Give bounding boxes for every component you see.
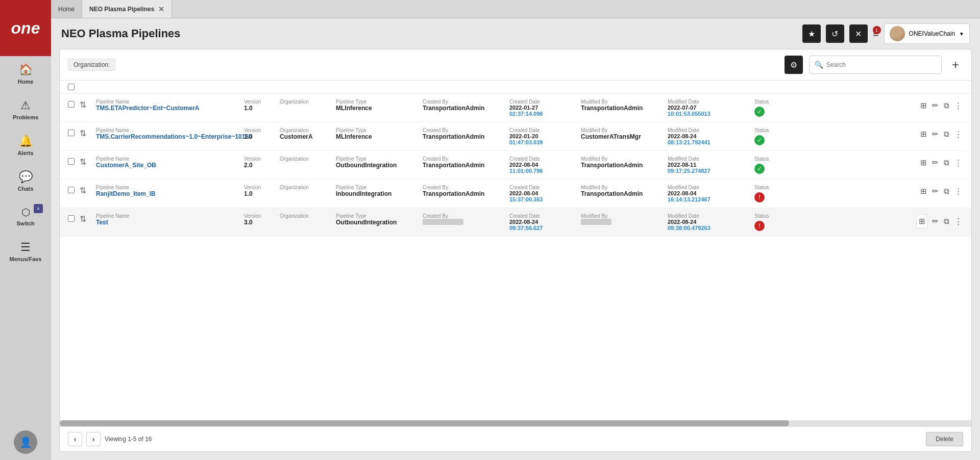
pipeline-icon-3: ⇅ — [80, 157, 91, 167]
tabs-bar: Home NEO Plasma Pipelines ✕ — [51, 0, 980, 18]
pipeline-action-btn-4[interactable]: ⊞ — [919, 186, 928, 197]
sidebar-user-avatar[interactable]: 👤 — [14, 430, 37, 454]
table-row: ⇅ Pipeline Name CustomerA_Site_OB Versio… — [60, 151, 971, 180]
sidebar-label-switch: Switch — [16, 220, 34, 226]
problems-icon: ⚠ — [20, 99, 31, 112]
content-footer: ‹ › Viewing 1-5 of 16 Delete — [60, 426, 971, 451]
edit-btn-1[interactable]: ✏ — [931, 100, 940, 111]
sidebar-item-alerts[interactable]: 🔔 Alerts — [0, 127, 51, 163]
user-dropdown[interactable]: ONEIValueChain ▼ — [884, 23, 970, 44]
select-all-checkbox[interactable] — [68, 84, 75, 90]
row-actions-2: ⊞ ✏ ⧉ ⋮ — [919, 129, 963, 140]
search-input[interactable] — [826, 61, 936, 68]
tab-home[interactable]: Home — [51, 0, 82, 18]
sidebar-label-chats: Chats — [18, 186, 34, 192]
row-checkbox-3[interactable] — [68, 158, 75, 165]
sidebar-item-home[interactable]: 🏠 Home — [0, 56, 51, 92]
copy-btn-5[interactable]: ⧉ — [943, 216, 950, 227]
pipeline-icon-2: ⇅ — [80, 129, 91, 138]
status-dot-5: ! — [754, 221, 765, 231]
delete-btn-4[interactable]: ⋮ — [953, 186, 963, 197]
page-header: NEO Plasma Pipelines ★ ↺ ✕ ≡ 1 ONEIValue… — [51, 18, 980, 49]
sidebar-item-switch[interactable]: ⬡ ≡ Switch — [0, 199, 51, 234]
menu-wrapper: ≡ 1 — [873, 28, 879, 40]
scrollbar-thumb[interactable] — [60, 420, 789, 426]
select-all-row — [60, 81, 971, 94]
row-checkbox-4[interactable] — [68, 187, 75, 193]
copy-btn-2[interactable]: ⧉ — [943, 129, 950, 140]
delete-btn-1[interactable]: ⋮ — [953, 100, 963, 111]
pipeline-table: ⇅ Pipeline Name TMS.ETAPredictor~Ent~Cus… — [60, 94, 971, 420]
horizontal-scrollbar[interactable] — [60, 420, 971, 426]
pipeline-name-2: TMS.CarrierRecommendations~1.0~Enterpris… — [96, 133, 239, 140]
delete-btn-2[interactable]: ⋮ — [953, 129, 963, 140]
row-actions-5: ⊞ ✏ ⧉ ⋮ — [916, 214, 963, 228]
sidebar-label-menus-favs: Menus/Favs — [10, 256, 42, 262]
status-dot-2: ✓ — [754, 135, 765, 145]
home-icon: 🏠 — [19, 63, 33, 76]
sidebar-item-chats[interactable]: 💬 Chats — [0, 163, 51, 199]
pipeline-action-btn-1[interactable]: ⊞ — [919, 100, 928, 111]
switch-sub-icon: ≡ — [37, 206, 39, 211]
tab-neo-close-icon[interactable]: ✕ — [158, 6, 164, 13]
search-icon: 🔍 — [815, 61, 823, 69]
sidebar-item-menus-favs[interactable]: ☰ Menus/Favs — [0, 234, 51, 269]
pagination: ‹ › Viewing 1-5 of 16 — [68, 432, 152, 446]
header-actions: ★ ↺ ✕ ≡ 1 ONEIValueChain ▼ — [802, 23, 970, 44]
filter-button[interactable]: ⚙ — [785, 56, 803, 74]
tab-home-label: Home — [58, 6, 75, 13]
viewing-text: Viewing 1-5 of 16 — [105, 436, 152, 443]
row-checkbox-2[interactable] — [68, 130, 75, 136]
sidebar-label-alerts: Alerts — [17, 150, 33, 156]
notification-badge: 1 — [873, 26, 881, 34]
menu-button[interactable]: ≡ 1 — [873, 28, 879, 40]
delete-btn-5[interactable]: ⋮ — [953, 216, 963, 227]
close-button[interactable]: ✕ — [849, 24, 868, 43]
content-area: Organization: ⚙ 🔍 + ⇅ Pipeline — [59, 49, 972, 452]
prev-page-button[interactable]: ‹ — [68, 432, 82, 446]
delete-btn-3[interactable]: ⋮ — [953, 157, 963, 168]
pipeline-icon-5: ⇅ — [80, 214, 91, 224]
sidebar-item-problems[interactable]: ⚠ Problems — [0, 92, 51, 127]
status-dot-4: ! — [754, 192, 765, 202]
search-box: 🔍 — [809, 56, 942, 74]
edit-btn-3[interactable]: ✏ — [931, 157, 940, 168]
table-row: ⇅ Pipeline Name TMS.CarrierRecommendatio… — [60, 122, 971, 151]
org-label: Organization: — [68, 59, 115, 71]
edit-btn-2[interactable]: ✏ — [931, 129, 940, 140]
row-actions-1: ⊞ ✏ ⧉ ⋮ — [919, 100, 963, 111]
content-toolbar: Organization: ⚙ 🔍 + — [60, 49, 971, 81]
pipeline-name-1: TMS.ETAPredictor~Ent~CustomerA — [96, 105, 239, 112]
sidebar-label-problems: Problems — [13, 114, 38, 120]
dropdown-chevron-icon: ▼ — [959, 31, 964, 37]
edit-btn-4[interactable]: ✏ — [931, 186, 940, 197]
pipeline-name-3: CustomerA_Site_OB — [96, 162, 239, 169]
tab-neo-plasma-pipelines[interactable]: NEO Plasma Pipelines ✕ — [82, 0, 172, 18]
alerts-icon: 🔔 — [19, 135, 33, 148]
copy-btn-3[interactable]: ⧉ — [943, 157, 950, 168]
row-checkbox-1[interactable] — [68, 101, 75, 108]
delete-button[interactable]: Delete — [926, 432, 963, 446]
row-checkbox-5[interactable] — [68, 215, 75, 222]
table-row: ⇅ Pipeline Name RanjitDemo_Item_IB Versi… — [60, 180, 971, 208]
add-button[interactable]: + — [948, 57, 963, 72]
edit-btn-5[interactable]: ✏ — [931, 216, 940, 227]
row-actions-3: ⊞ ✏ ⧉ ⋮ — [919, 157, 963, 168]
pipeline-icon-1: ⇅ — [80, 100, 91, 110]
pipeline-name-5: Test — [96, 219, 239, 226]
copy-btn-4[interactable]: ⧉ — [943, 186, 950, 197]
pipeline-action-btn-2[interactable]: ⊞ — [919, 129, 928, 140]
pipeline-action-btn-5[interactable]: ⊞ — [916, 214, 928, 228]
table-row: ⇅ Pipeline Name Test Version 3.0 Organiz… — [60, 208, 971, 237]
favorite-button[interactable]: ★ — [802, 24, 821, 43]
pipeline-action-btn-3[interactable]: ⊞ — [919, 157, 928, 168]
status-dot-1: ✓ — [754, 107, 765, 117]
user-avatar — [890, 26, 905, 41]
copy-btn-1[interactable]: ⧉ — [943, 100, 950, 111]
sidebar-label-home: Home — [18, 79, 34, 85]
table-row: ⇅ Pipeline Name TMS.ETAPredictor~Ent~Cus… — [60, 94, 971, 122]
next-page-button[interactable]: › — [86, 432, 101, 446]
refresh-button[interactable]: ↺ — [826, 24, 844, 43]
sidebar-bottom: 👤 — [0, 430, 51, 460]
chats-icon: 💬 — [19, 170, 33, 184]
